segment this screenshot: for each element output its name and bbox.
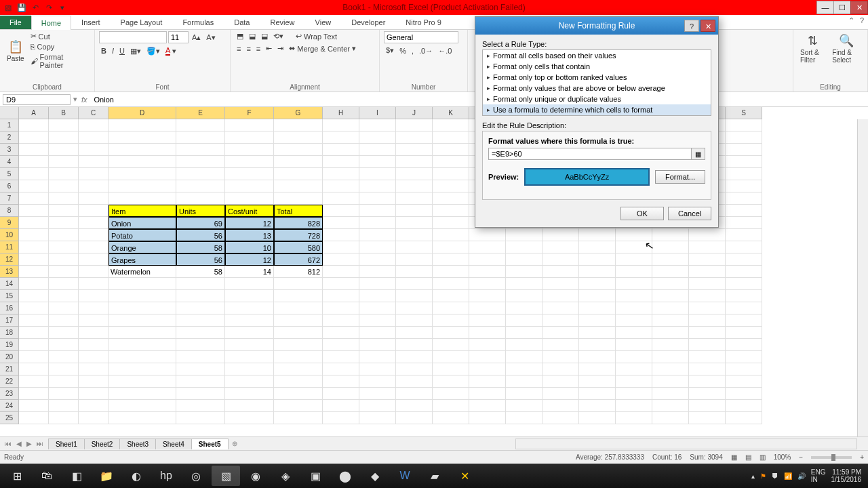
task-chrome-icon[interactable]: ◉ bbox=[241, 466, 270, 486]
zoom-slider[interactable] bbox=[811, 456, 852, 459]
row-header[interactable]: 21 bbox=[0, 363, 19, 375]
cell[interactable]: 56 bbox=[176, 229, 225, 241]
name-box[interactable] bbox=[3, 94, 71, 105]
ok-button[interactable]: OK bbox=[620, 207, 664, 220]
number-format-combo[interactable]: General bbox=[384, 31, 458, 43]
row-header[interactable]: 12 bbox=[0, 253, 19, 266]
font-size-combo[interactable]: 11 bbox=[168, 31, 189, 43]
align-right-icon[interactable]: ≡ bbox=[254, 44, 262, 54]
paste-button[interactable]: 📋Paste bbox=[4, 37, 27, 64]
cell[interactable]: 56 bbox=[176, 253, 225, 266]
tray-network-icon[interactable]: 📶 bbox=[784, 472, 792, 480]
dialog-help-button[interactable]: ? bbox=[684, 20, 699, 32]
currency-icon[interactable]: $▾ bbox=[384, 45, 396, 56]
column-header[interactable]: E bbox=[176, 107, 225, 119]
task-app6-icon[interactable]: ⬤ bbox=[331, 466, 359, 486]
fill-color-icon[interactable]: 🪣▾ bbox=[144, 46, 162, 56]
new-sheet-icon[interactable]: ⊕ bbox=[228, 440, 241, 447]
cell[interactable]: Item bbox=[108, 205, 176, 217]
underline-button[interactable]: U bbox=[117, 46, 127, 56]
spreadsheet-grid[interactable]: ABCDEFGHIJKLMNOPQRS 12345678910111213141… bbox=[0, 107, 868, 436]
qat-customize-icon[interactable]: ▾ bbox=[56, 1, 68, 14]
align-center-icon[interactable]: ≡ bbox=[244, 44, 252, 54]
row-header[interactable]: 5 bbox=[0, 168, 19, 180]
decrease-decimal-icon[interactable]: ←.0 bbox=[436, 46, 454, 56]
row-header[interactable]: 9 bbox=[0, 217, 19, 229]
column-header[interactable]: C bbox=[79, 107, 108, 119]
align-top-icon[interactable]: ⬒ bbox=[235, 31, 245, 41]
font-family-combo[interactable] bbox=[99, 31, 167, 43]
task-app9-icon[interactable]: ✕ bbox=[450, 466, 479, 486]
tab-data[interactable]: Data bbox=[224, 15, 260, 29]
sheet-tab[interactable]: Sheet4 bbox=[155, 439, 192, 449]
align-middle-icon[interactable]: ⬓ bbox=[247, 31, 258, 41]
task-folder-icon[interactable]: 📁 bbox=[92, 466, 121, 486]
cell[interactable]: 58 bbox=[176, 241, 225, 253]
cell[interactable]: 828 bbox=[274, 217, 323, 229]
tray-flag-icon[interactable]: ⚑ bbox=[760, 472, 766, 480]
decrease-indent-icon[interactable]: ⇤ bbox=[264, 43, 274, 54]
cell[interactable]: 580 bbox=[274, 241, 323, 253]
cell[interactable]: 69 bbox=[176, 217, 225, 229]
rule-type-item[interactable]: Format all cells based on their values bbox=[483, 50, 711, 61]
tray-clock[interactable]: 11:59 PM1/15/2016 bbox=[831, 468, 862, 483]
rule-type-item[interactable]: Format only values that are above or bel… bbox=[483, 83, 711, 94]
task-app8-icon[interactable]: ▰ bbox=[420, 466, 449, 486]
help-icon[interactable]: ? bbox=[860, 16, 864, 25]
task-excel-icon[interactable]: ▧ bbox=[212, 466, 240, 486]
row-header[interactable]: 19 bbox=[0, 339, 19, 351]
cell[interactable]: 14 bbox=[225, 266, 274, 278]
row-header[interactable]: 13 bbox=[0, 266, 19, 278]
tab-developer[interactable]: Developer bbox=[341, 15, 395, 29]
sheet-tab[interactable]: Sheet3 bbox=[119, 439, 156, 449]
tab-insert[interactable]: Insert bbox=[71, 15, 111, 29]
tray-up-icon[interactable]: ▴ bbox=[751, 472, 755, 480]
cell[interactable]: 13 bbox=[225, 229, 274, 241]
percent-icon[interactable]: % bbox=[397, 46, 408, 56]
zoom-level[interactable]: 100% bbox=[774, 453, 791, 461]
fx-icon[interactable]: fx bbox=[77, 96, 92, 104]
row-header[interactable]: 16 bbox=[0, 302, 19, 314]
rule-type-item[interactable]: Format only top or bottom ranked values bbox=[483, 72, 711, 83]
cell[interactable]: 58 bbox=[176, 266, 225, 278]
italic-button[interactable]: I bbox=[110, 46, 116, 56]
cell[interactable]: Grapes bbox=[108, 253, 176, 266]
cell[interactable]: 12 bbox=[225, 217, 274, 229]
view-normal-icon[interactable]: ▦ bbox=[731, 453, 737, 461]
cell[interactable]: Onion bbox=[108, 217, 176, 229]
cell[interactable]: 12 bbox=[225, 253, 274, 266]
column-header[interactable]: D bbox=[108, 107, 176, 119]
merge-center-button[interactable]: ⬌Merge & Center▾ bbox=[287, 43, 358, 54]
font-color-icon[interactable]: A▾ bbox=[163, 45, 178, 56]
format-button[interactable]: Format... bbox=[655, 170, 705, 184]
bold-button[interactable]: B bbox=[99, 46, 108, 56]
row-header[interactable]: 23 bbox=[0, 388, 19, 400]
column-header[interactable]: H bbox=[323, 107, 359, 119]
cell[interactable]: Units bbox=[176, 205, 225, 217]
cell[interactable]: 672 bbox=[274, 253, 323, 266]
tray-volume-icon[interactable]: 🔊 bbox=[797, 472, 806, 480]
tab-formulas[interactable]: Formulas bbox=[172, 15, 224, 29]
zoom-out-icon[interactable]: − bbox=[799, 453, 803, 461]
cell[interactable]: 728 bbox=[274, 229, 323, 241]
sheet-nav-next-icon[interactable]: ▶ bbox=[24, 440, 34, 447]
undo-icon[interactable]: ↶ bbox=[29, 1, 41, 14]
rule-type-item[interactable]: Format only unique or duplicate values bbox=[483, 94, 711, 104]
sheet-tab[interactable]: Sheet1 bbox=[48, 439, 85, 449]
column-header[interactable]: K bbox=[433, 107, 469, 119]
cancel-button[interactable]: Cancel bbox=[668, 207, 711, 220]
task-store-icon[interactable]: 🛍 bbox=[33, 466, 61, 486]
view-pagebreak-icon[interactable]: ▥ bbox=[760, 453, 766, 461]
task-app4-icon[interactable]: ◈ bbox=[271, 466, 300, 486]
restore-button[interactable]: ☐ bbox=[833, 1, 851, 14]
increase-decimal-icon[interactable]: .0→ bbox=[417, 46, 435, 56]
task-app2-icon[interactable]: ◐ bbox=[122, 466, 151, 486]
tab-file[interactable]: File bbox=[0, 16, 31, 29]
tab-view[interactable]: View bbox=[305, 15, 342, 29]
cell[interactable]: Cost/unit bbox=[225, 205, 274, 217]
sheet-nav-first-icon[interactable]: ⏮ bbox=[3, 440, 14, 447]
cell[interactable]: Watermelon bbox=[108, 266, 176, 278]
find-select-button[interactable]: 🔍Find & Select bbox=[829, 31, 863, 65]
row-header[interactable]: 22 bbox=[0, 375, 19, 388]
save-icon[interactable]: 💾 bbox=[16, 1, 28, 14]
